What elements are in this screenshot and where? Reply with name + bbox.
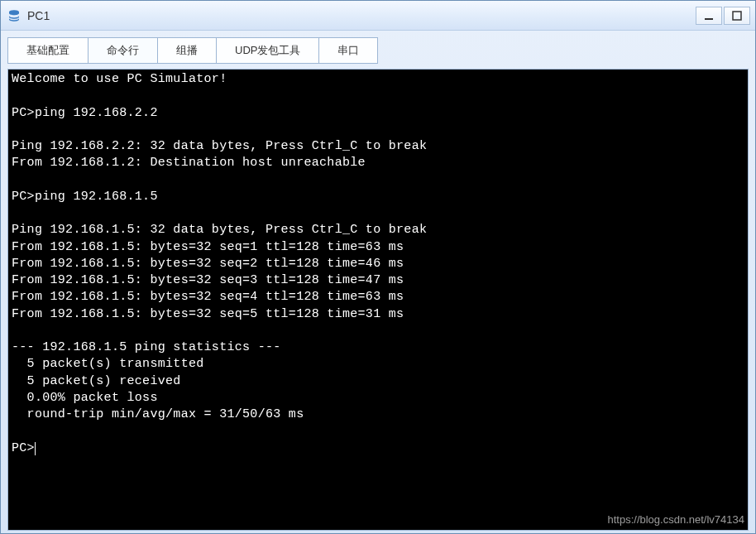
maximize-button[interactable] bbox=[724, 7, 750, 25]
svg-rect-1 bbox=[733, 12, 741, 20]
tab-serial[interactable]: 串口 bbox=[318, 37, 378, 64]
tab-command-line[interactable]: 命令行 bbox=[88, 37, 157, 64]
tab-bar: 基础配置 命令行 组播 UDP发包工具 串口 bbox=[1, 31, 755, 64]
tab-multicast[interactable]: 组播 bbox=[157, 37, 216, 64]
window-title: PC1 bbox=[27, 9, 50, 22]
app-window: PC1 基础配置 命令行 组播 UDP发包工具 串口 Welcome to us… bbox=[0, 0, 756, 534]
window-controls bbox=[696, 7, 750, 25]
svg-rect-0 bbox=[705, 18, 713, 20]
terminal-container: Welcome to use PC Simulator! PC>ping 192… bbox=[7, 69, 749, 531]
app-icon bbox=[6, 7, 22, 24]
tab-udp-tool[interactable]: UDP发包工具 bbox=[216, 37, 318, 64]
tab-basic-config[interactable]: 基础配置 bbox=[7, 37, 88, 64]
terminal-output[interactable]: Welcome to use PC Simulator! PC>ping 192… bbox=[8, 70, 748, 459]
minimize-button[interactable] bbox=[696, 7, 722, 25]
titlebar[interactable]: PC1 bbox=[1, 1, 755, 31]
